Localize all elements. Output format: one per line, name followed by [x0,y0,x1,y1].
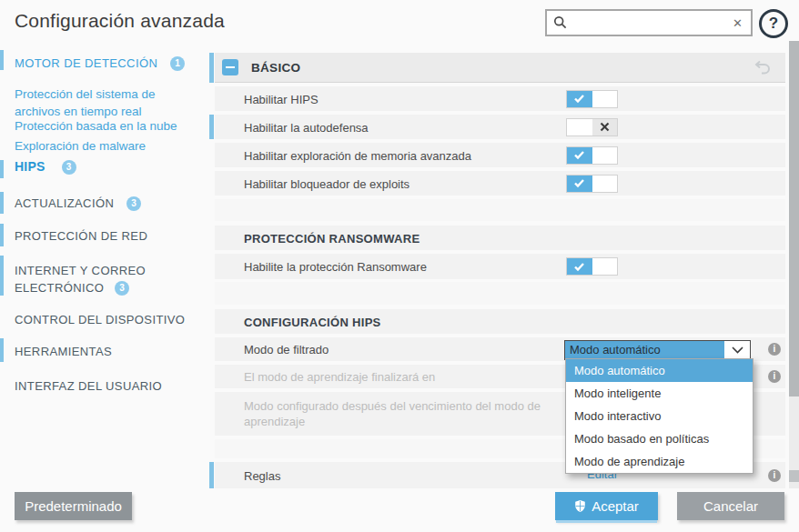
toggle-proteccion-ransomware[interactable] [566,257,618,276]
revert-icon[interactable] [754,60,771,78]
dropdown-option-modo-inteligente[interactable]: Modo inteligente [566,382,753,405]
sidebar-item-internet-correo[interactable]: INTERNET Y CORREO ELECTRÓNICO 3 [15,262,187,296]
info-icon[interactable] [768,343,781,356]
setting-label: Habilitar HIPS [244,92,319,105]
section-basico: BÁSICO [215,53,785,83]
check-icon [567,258,592,275]
section-proteccion-ransomware: PROTECCIÓN RANSOMWARE [215,226,785,250]
section-basico-title: BÁSICO [251,61,300,75]
setting-label: Reglas [244,468,280,482]
sidebar-accent-bar [0,224,4,246]
sidebar-item-interfaz-usuario[interactable]: INTERFAZ DEL USUARIO [15,379,162,393]
info-icon[interactable] [768,469,781,482]
filter-mode-dropdown: Modo automático Modo inteligente Modo in… [565,358,753,474]
scrollbar-bottom-cap [789,470,799,482]
help-icon[interactable]: ? [759,9,788,38]
dropdown-option-modo-aprendizaje[interactable]: Modo de aprendizaje [566,450,753,473]
section-configuracion-hips: CONFIGURACIÓN HIPS [215,309,785,334]
search-icon [553,15,568,30]
chevron-down-icon [724,341,750,359]
toggle-memoria-avanzada[interactable] [566,146,618,165]
setting-label: Habilitar exploración de memoria avanzad… [244,148,471,162]
cancel-button[interactable]: Cancelar [677,492,784,520]
setting-label: Habilitar bloqueador de exploits [244,176,410,190]
dropdown-option-modo-automatico[interactable]: Modo automático [566,359,753,382]
sidebar-accent-bar [0,192,4,214]
changes-badge: 3 [62,160,76,175]
page-title: Configuración avanzada [15,10,225,32]
sidebar-item-motor-de-deteccion[interactable]: MOTOR DE DETECCIÓN 1 [15,56,185,71]
check-icon [567,91,592,107]
default-button[interactable]: Predeterminado [15,492,132,520]
setting-label: El modo de aprendizaje finalizará en [244,370,435,384]
dropdown-option-modo-interactivo[interactable]: Modo interactivo [566,405,753,427]
search-clear-icon[interactable]: ✕ [733,16,743,30]
sidebar-accent-bar [0,338,4,362]
spacer-row [215,282,785,305]
sidebar-item-control-dispositivo[interactable]: CONTROL DEL DISPOSITIVO [15,313,185,326]
sidebar-item-actualizacion[interactable]: ACTUALIZACIÓN 3 [15,196,141,211]
changes-badge: 3 [115,281,129,296]
selected-value: Modo automático [565,341,724,359]
section-title: PROTECCIÓN RANSOMWARE [244,231,420,245]
filter-mode-select[interactable]: Modo automático [564,340,751,360]
setting-row-habilitar-hips: Habilitar HIPS [215,86,785,111]
sidebar-item-proteccion-nube[interactable]: Protección basada en la nube [15,119,177,133]
setting-label: Modo configurado después del vencimiento… [244,398,599,429]
uac-shield-icon [574,499,586,513]
changes-badge: 1 [170,56,185,71]
sidebar-item-exploracion-malware[interactable]: Exploración de malware [15,139,146,153]
dropdown-option-modo-politicas[interactable]: Modo basado en políticas [566,427,753,450]
section-title: CONFIGURACIÓN HIPS [244,315,381,328]
modified-accent-bar [209,115,214,139]
spacer-row [215,199,785,221]
cross-icon [592,119,617,136]
setting-label: Modo de filtrado [244,343,329,356]
setting-label: Habilite la protección Ransomware [244,260,427,274]
sidebar-accent-bar [0,256,4,296]
setting-row-autodefensa: Habilitar la autodefensa [215,115,785,139]
modified-accent-bar [209,462,214,488]
sidebar-item-proteccion-sistema-archivos[interactable]: Protección del sistema de archivos en ti… [15,85,180,120]
changes-badge: 3 [126,196,141,211]
sidebar-item-hips[interactable]: HIPS 3 [15,159,76,175]
search-input[interactable] [571,16,733,30]
setting-row-proteccion-ransomware: Habilite la protección Ransomware [215,254,785,279]
sidebar-item-proteccion-de-red[interactable]: PROTECCIÓN DE RED [15,229,147,243]
toggle-autodefensa[interactable] [566,118,618,136]
check-icon [567,147,592,164]
setting-label: Habilitar la autodefensa [244,120,369,134]
ok-button[interactable]: Aceptar [555,492,658,520]
collapse-icon[interactable] [222,59,238,75]
search-box[interactable]: ✕ [545,9,753,36]
sidebar-item-herramientas[interactable]: HERRAMIENTAS [15,345,112,358]
toggle-bloqueador-exploits[interactable] [566,175,618,193]
sidebar-accent-bar [0,160,4,178]
sidebar-accent-bar [0,50,4,70]
toggle-habilitar-hips[interactable] [566,90,618,108]
check-icon [567,176,592,192]
info-icon[interactable] [768,370,781,383]
setting-row-memoria-avanzada: Habilitar exploración de memoria avanzad… [215,143,785,167]
ok-button-label: Aceptar [592,498,639,514]
modified-accent-bar [209,53,214,83]
setting-row-bloqueador-exploits: Habilitar bloqueador de exploits [215,171,785,196]
scrollbar-thumb[interactable] [789,41,799,396]
